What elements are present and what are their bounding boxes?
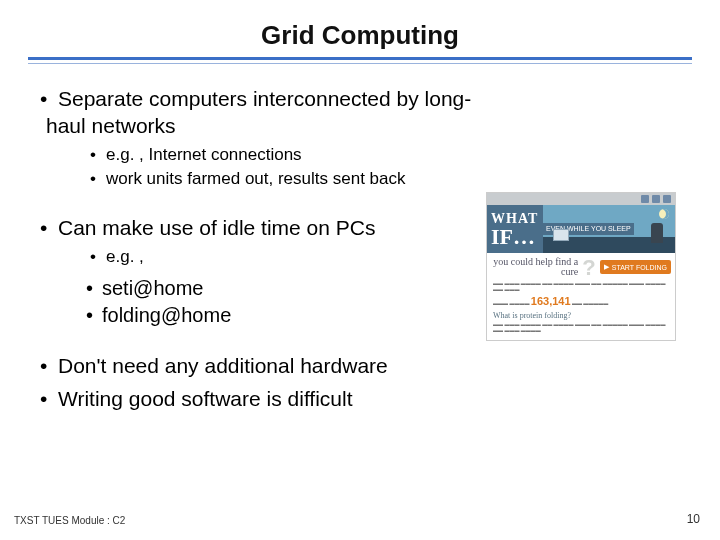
hero-if: IF… [491,227,539,247]
bullet-2-sublist: e.g. , [90,246,486,268]
bullet-2-text: Can make use of idle time on PCs [58,216,375,239]
promo-hero: WHAT IF… EVEN WHILE YOU SLEEP [487,205,675,253]
start-folding-label: START FOLDING [612,264,667,271]
bullet-1a: e.g. , Internet connections [90,144,486,166]
bullet-1b: work units farmed out, results sent back [90,168,486,190]
bullet-4: Writing good software is difficult [46,386,486,413]
promo-blurb-2: ▬▬▬ ▬▬▬▬ 163,141 ▬▬ ▬▬▬▬▬ [493,295,669,308]
promo-blurb-1: ▬▬ ▬▬▬ ▬▬▬▬ ▬▬ ▬▬▬▬ ▬▬▬ ▬▬ ▬▬▬▬▬ ▬▬▬ ▬▬▬… [493,280,669,292]
bullet-list-3: Don't need any additional hardware Writi… [46,353,486,413]
bullet-2: Can make use of idle time on PCs e.g. , … [46,215,486,329]
title-rule [28,57,692,64]
promo-blurb-3: ▬▬ ▬▬▬ ▬▬▬▬ ▬▬ ▬▬▬▬ ▬▬▬ ▬▬ ▬▬▬▬▬ ▬▬▬ ▬▬▬… [493,321,669,333]
bullet-1: Separate computers interconnected by lon… [46,86,486,189]
slide-title: Grid Computing [28,20,692,51]
bullet-list-2: Can make use of idle time on PCs e.g. , … [46,215,486,329]
chair-shape [651,223,663,243]
cure-text: you could help find a cure [491,257,578,278]
folding-at-home-promo: WHAT IF… EVEN WHILE YOU SLEEP you could … [486,192,676,341]
hero-left: WHAT IF… [487,205,543,253]
hero-right: EVEN WHILE YOU SLEEP [543,205,675,253]
rule-thick [28,57,692,60]
promo-topbar [487,193,675,205]
social-icon [663,195,671,203]
promo-number: 163,141 [531,295,571,307]
bullet-3: Don't need any additional hardware [46,353,486,380]
rule-thin [28,63,692,64]
promo-body: ▬▬ ▬▬▬ ▬▬▬▬ ▬▬ ▬▬▬▬ ▬▬▬ ▬▬ ▬▬▬▬▬ ▬▬▬ ▬▬▬… [487,280,675,340]
spacer-2 [46,335,486,353]
content-area: Separate computers interconnected by lon… [28,86,692,419]
spacer [46,197,486,215]
bullet-2-s2: folding@home [86,303,486,329]
slide: Grid Computing Separate computers interc… [0,0,720,540]
bullet-1-sublist: e.g. , Internet connections work units f… [90,144,486,190]
question-mark-icon: ? [582,259,595,277]
bullet-2a: e.g. , [90,246,486,268]
promo-subhead: What is protein folding? [493,311,669,321]
footer-left: TXST TUES Module : C2 [14,515,125,526]
bullet-2-subsublist: seti@home folding@home [86,276,486,329]
bullet-1-text: Separate computers interconnected by lon… [46,87,471,137]
image-column: WHAT IF… EVEN WHILE YOU SLEEP you could … [486,86,682,419]
start-folding-button[interactable]: START FOLDING [600,260,671,274]
social-icon [641,195,649,203]
social-icon [652,195,660,203]
bullet-column: Separate computers interconnected by lon… [46,86,486,419]
moon-icon [659,209,669,219]
promo-mid: you could help find a cure ? START FOLDI… [487,253,675,280]
bullet-list: Separate computers interconnected by lon… [46,86,486,189]
slide-number: 10 [687,512,700,526]
bullet-2-s1: seti@home [86,276,486,302]
monitor-shape [553,229,569,241]
